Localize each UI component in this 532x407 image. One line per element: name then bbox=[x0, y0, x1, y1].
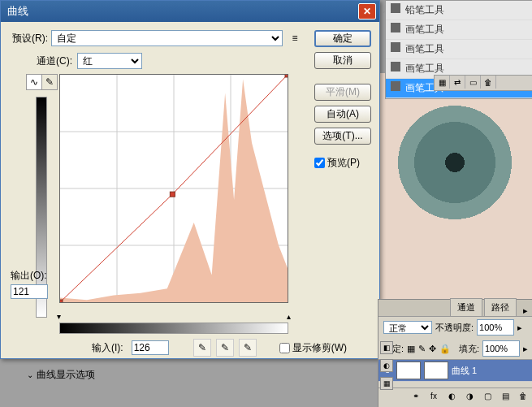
new-layer-icon[interactable]: ▤ bbox=[499, 390, 512, 401]
vt-a[interactable]: ◧ bbox=[380, 341, 393, 354]
options-button[interactable]: 选项(T)... bbox=[314, 128, 371, 145]
link-icon[interactable]: ⚭ bbox=[409, 390, 422, 401]
channel-label: 通道(C): bbox=[37, 54, 72, 68]
tool-brush-1[interactable]: 画笔工具 bbox=[386, 20, 532, 40]
curve-edit-mode[interactable]: ∿ ✎ bbox=[26, 74, 58, 90]
fx-icon[interactable]: fx bbox=[427, 390, 440, 401]
layers-panel: 通道 路径 ▸ 正常 不透明度: ▸ 锁定: ▦ ✎ ✥ 🔒 填充: ▸ 👁 曲… bbox=[378, 299, 532, 407]
auto-button[interactable]: 自动(A) bbox=[314, 106, 371, 123]
curve-point-icon[interactable]: ∿ bbox=[27, 75, 42, 89]
lock-all-icon[interactable]: 🔒 bbox=[439, 344, 451, 354]
titlebar[interactable]: 曲线 ✕ bbox=[1, 1, 379, 22]
opacity-label: 不透明度: bbox=[435, 322, 474, 334]
mask-icon[interactable]: ◐ bbox=[445, 390, 458, 401]
tool-brush-2[interactable]: 画笔工具 bbox=[386, 40, 532, 59]
lock-move-icon[interactable]: ✥ bbox=[429, 344, 436, 354]
preset-menu-icon[interactable]: ≡ bbox=[288, 31, 302, 45]
cancel-button[interactable]: 取消 bbox=[314, 52, 371, 69]
curves-dialog: 曲线 ✕ 预设(R): 自定 ≡ 通道(C): 红 ∿ ✎ bbox=[0, 0, 380, 359]
fill-input[interactable] bbox=[482, 340, 520, 357]
adjust-icon[interactable]: ◑ bbox=[463, 390, 476, 401]
input-input[interactable] bbox=[132, 340, 169, 355]
vt-c[interactable]: ▦ bbox=[380, 377, 393, 390]
fill-label: 填充: bbox=[459, 343, 479, 355]
lock-pixels-icon[interactable]: ▦ bbox=[407, 344, 415, 354]
tab-paths[interactable]: 路径 bbox=[484, 298, 517, 316]
lock-brush-icon[interactable]: ✎ bbox=[418, 344, 426, 354]
tool-icon-row: ▦ ⇄ ▭ 🗑 bbox=[434, 75, 532, 91]
show-clipping-input[interactable] bbox=[279, 343, 290, 353]
doc-icon[interactable]: ▭ bbox=[465, 76, 481, 89]
curve-pencil-icon[interactable]: ✎ bbox=[42, 75, 57, 89]
vt-b[interactable]: ◐ bbox=[380, 359, 393, 372]
preset-select[interactable]: 自定 bbox=[51, 30, 283, 46]
smooth-button[interactable]: 平滑(M) bbox=[314, 84, 371, 101]
display-options-toggle[interactable]: ⌄ 曲线显示选项 bbox=[27, 368, 368, 382]
layer-name: 曲线 1 bbox=[452, 365, 477, 377]
palette-icon[interactable]: ▦ bbox=[435, 76, 450, 89]
output-label: 输出(O): bbox=[11, 269, 48, 283]
vertical-tool-strip: ◧ ◐ ▦ bbox=[380, 341, 391, 390]
swap-icon[interactable]: ⇄ bbox=[450, 76, 465, 89]
opacity-input[interactable] bbox=[477, 319, 514, 336]
chevron-icon[interactable]: ▸ bbox=[517, 323, 522, 333]
channel-select[interactable]: 红 bbox=[77, 53, 142, 69]
curves-graph[interactable] bbox=[59, 74, 288, 303]
curve-point[interactable] bbox=[170, 192, 175, 197]
input-gradient[interactable] bbox=[59, 323, 288, 334]
trash-icon[interactable]: 🗑 bbox=[481, 76, 496, 89]
layer-mask-thumb[interactable] bbox=[424, 362, 448, 379]
dialog-title: 曲线 bbox=[4, 4, 358, 19]
chevron-down-icon: ⌄ bbox=[27, 370, 33, 379]
input-label: 输入(I): bbox=[92, 341, 123, 355]
output-input[interactable] bbox=[11, 284, 48, 299]
blend-mode-select[interactable]: 正常 bbox=[383, 321, 432, 334]
preview-checkbox[interactable]: 预览(P) bbox=[314, 156, 371, 170]
layer-item-curves[interactable]: 👁 曲线 1 bbox=[378, 360, 532, 382]
tool-pencil[interactable]: 铅笔工具 bbox=[386, 1, 532, 20]
eyedropper-white-icon[interactable]: ✎ bbox=[239, 339, 257, 357]
tab-channels[interactable]: 通道 bbox=[450, 298, 482, 316]
layer-thumb[interactable] bbox=[396, 362, 421, 379]
ok-button[interactable]: 确定 bbox=[314, 30, 371, 47]
show-clipping-checkbox[interactable]: 显示修剪(W) bbox=[279, 341, 347, 355]
chevron-icon-2[interactable]: ▸ bbox=[523, 344, 528, 354]
curve-point[interactable] bbox=[60, 300, 63, 302]
preset-label: 预设(R): bbox=[12, 32, 48, 45]
preview-input[interactable] bbox=[314, 158, 325, 168]
folder-icon[interactable]: ▢ bbox=[481, 390, 494, 401]
panel-menu-icon[interactable]: ▸ bbox=[518, 305, 532, 316]
close-button[interactable]: ✕ bbox=[358, 3, 376, 19]
trash-icon-2[interactable]: 🗑 bbox=[517, 390, 530, 401]
curve-point[interactable] bbox=[285, 75, 288, 77]
eyedropper-gray-icon[interactable]: ✎ bbox=[216, 339, 234, 357]
eyedropper-black-icon[interactable]: ✎ bbox=[193, 339, 211, 357]
